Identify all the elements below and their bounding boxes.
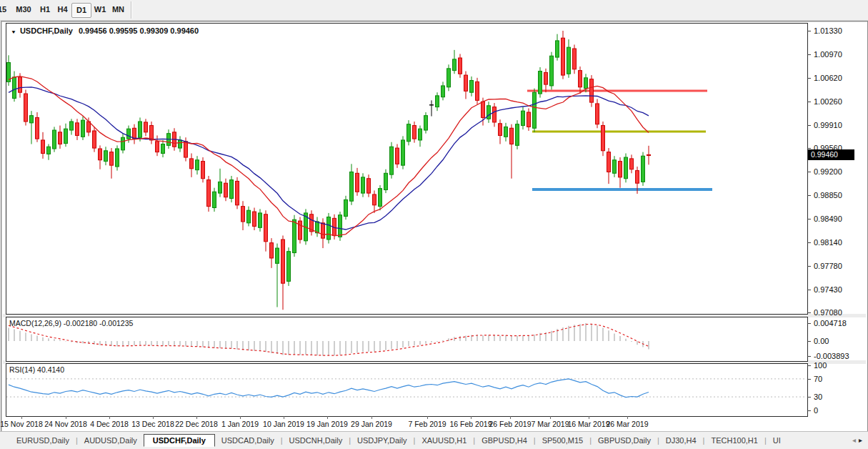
timeframe-button-h1[interactable]: H1 — [37, 3, 53, 16]
candle-body[interactable] — [613, 160, 617, 174]
candle-body[interactable] — [133, 128, 136, 139]
timeframe-button-mn[interactable]: MN — [109, 3, 127, 16]
candle-body[interactable] — [64, 129, 68, 143]
tab-usdcad[interactable]: USDCAD,Daily — [215, 434, 281, 447]
candle-body[interactable] — [373, 194, 376, 205]
candle-body[interactable] — [110, 152, 114, 166]
candle-body[interactable] — [293, 219, 296, 252]
candle-body[interactable] — [104, 151, 108, 162]
price-chart-panel[interactable]: ▼USDCHF,Daily0.99456 0.99595 0.99309 0.9… — [6, 23, 808, 315]
timeframe-button-m30[interactable]: M30 — [13, 3, 34, 16]
candle-body[interactable] — [144, 122, 148, 132]
rsi-indicator-panel[interactable]: RSI(14) 40.4140 — [6, 363, 808, 417]
timeframe-button-15[interactable]: 15 — [0, 3, 9, 16]
candle-body[interactable] — [390, 147, 394, 174]
candle-body[interactable] — [533, 92, 537, 128]
candle-body[interactable] — [596, 104, 599, 124]
candle-body[interactable] — [361, 177, 365, 193]
candle-body[interactable] — [276, 248, 279, 263]
candle-body[interactable] — [607, 152, 611, 172]
candle-body[interactable] — [619, 162, 622, 177]
candle-body[interactable] — [356, 173, 359, 192]
tab-scroll-left-icon[interactable]: ◂ — [852, 436, 859, 444]
candle-body[interactable] — [579, 71, 582, 87]
candle-body[interactable] — [602, 126, 605, 151]
chart-dropdown-icon[interactable]: ▼ — [11, 29, 16, 34]
candle-body[interactable] — [562, 38, 565, 75]
candle-body[interactable] — [241, 207, 245, 222]
tab-usdcnh[interactable]: USDCNH,Daily — [283, 434, 349, 447]
candle-body[interactable] — [19, 77, 22, 92]
candle-body[interactable] — [339, 215, 342, 237]
candle-body[interactable] — [447, 69, 451, 87]
candle-body[interactable] — [636, 171, 639, 184]
candle-body[interactable] — [59, 132, 62, 144]
tab-xauusd[interactable]: XAUUSD,H1 — [415, 434, 473, 447]
candle-body[interactable] — [201, 162, 205, 179]
candle-body[interactable] — [196, 160, 199, 170]
tab-eurusd[interactable]: EURUSD,Daily — [10, 434, 76, 447]
candle-body[interactable] — [504, 127, 508, 137]
candle-body[interactable] — [161, 144, 165, 154]
tab-scroll-right-icon[interactable]: ▸ — [859, 436, 865, 444]
candle-body[interactable] — [321, 223, 325, 238]
candle-body[interactable] — [482, 102, 485, 117]
candle-body[interactable] — [379, 189, 382, 207]
candle-body[interactable] — [13, 77, 16, 99]
candle-body[interactable] — [127, 129, 131, 139]
candle-body[interactable] — [516, 124, 519, 146]
candle-body[interactable] — [207, 180, 211, 207]
timeframe-button-h4[interactable]: H4 — [54, 3, 71, 16]
candle-body[interactable] — [139, 122, 142, 137]
candle-body[interactable] — [70, 122, 74, 130]
candle-body[interactable] — [30, 116, 34, 123]
candle-body[interactable] — [584, 78, 588, 89]
candle-body[interactable] — [264, 214, 268, 242]
candle-body[interactable] — [630, 159, 634, 169]
candle-body[interactable] — [459, 58, 462, 74]
candle-body[interactable] — [93, 131, 96, 148]
candlestick-chart[interactable] — [6, 24, 806, 312]
candle-body[interactable] — [453, 59, 457, 71]
candle-body[interactable] — [236, 181, 239, 204]
candle-body[interactable] — [567, 47, 571, 74]
candle-body[interactable] — [259, 213, 262, 227]
candle-body[interactable] — [287, 252, 291, 282]
tab-tech100[interactable]: TECH100,H1 — [704, 434, 764, 447]
candle-body[interactable] — [99, 149, 102, 160]
tab-ui[interactable]: UI — [767, 434, 787, 447]
candle-body[interactable] — [230, 180, 234, 199]
tab-usdchf[interactable]: USDCHF,Daily — [144, 434, 215, 447]
candle-body[interactable] — [442, 86, 445, 97]
candle-body[interactable] — [47, 147, 51, 154]
candle-body[interactable] — [384, 173, 388, 189]
tab-usdjpy[interactable]: USDJPY,Daily — [351, 434, 414, 447]
candle-body[interactable] — [24, 94, 28, 122]
candle-body[interactable] — [81, 120, 85, 137]
candle-body[interactable] — [539, 71, 542, 94]
candle-body[interactable] — [464, 75, 468, 91]
candle-body[interactable] — [401, 140, 405, 165]
tab-sp500[interactable]: SP500,M15 — [536, 434, 589, 447]
candle-body[interactable] — [327, 217, 331, 240]
candle-body[interactable] — [344, 199, 348, 216]
candle-body[interactable] — [407, 124, 411, 142]
candle-body[interactable] — [413, 126, 416, 139]
candle-body[interactable] — [522, 111, 525, 125]
candle-body[interactable] — [550, 56, 554, 86]
macd-indicator-panel[interactable]: MACD(12,26,9) -0.002180 -0.001235 — [6, 317, 808, 362]
candle-body[interactable] — [367, 179, 371, 193]
candle-body[interactable] — [270, 243, 274, 258]
candle-body[interactable] — [396, 148, 399, 164]
candle-body[interactable] — [36, 117, 39, 139]
candle-body[interactable] — [219, 182, 222, 193]
rsi-chart[interactable] — [6, 364, 806, 415]
candle-body[interactable] — [510, 128, 514, 144]
candle-body[interactable] — [476, 82, 479, 100]
candle-body[interactable] — [424, 116, 428, 130]
candle-body[interactable] — [647, 154, 651, 155]
candle-body[interactable] — [76, 123, 79, 136]
timeframe-button-w1[interactable]: W1 — [91, 3, 109, 16]
candle-body[interactable] — [299, 221, 302, 240]
candle-body[interactable] — [116, 149, 119, 167]
